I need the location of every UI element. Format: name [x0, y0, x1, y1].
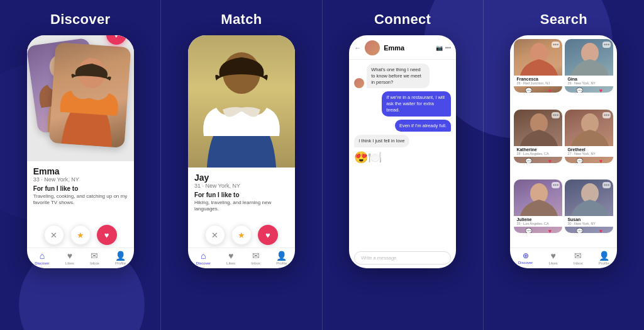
match-nav-profile[interactable]: 👤 Profile	[276, 251, 287, 265]
message-2: If we're in a restaurant, I will ask the…	[382, 91, 451, 116]
match-profile-icon: 👤	[276, 251, 287, 261]
video-icon[interactable]: 📷	[436, 45, 443, 51]
match-nav-discover-label: Discover	[196, 261, 210, 265]
match-like-button[interactable]: ♥	[258, 225, 278, 245]
discover-profile-sub: 33 · New York, NY	[33, 176, 128, 183]
heart-icon-3[interactable]: ♥	[599, 158, 602, 163]
search-card-3-actions: 💬 ♥	[565, 157, 613, 163]
match-tagline: For fun I like to	[194, 191, 289, 198]
search-nav-inbox[interactable]: ✉ Inbox	[574, 251, 583, 265]
heart-icon-5[interactable]: ♥	[599, 228, 602, 233]
nav-discover-label: Discover	[35, 261, 49, 265]
search-inbox-icon: ✉	[574, 251, 582, 261]
like-badge: ♥	[106, 35, 126, 45]
search-nav-likes-label: Likes	[549, 261, 558, 265]
match-nav-inbox[interactable]: ✉ Inbox	[251, 251, 260, 265]
search-nav-likes[interactable]: ♥ Likes	[549, 251, 558, 265]
discover-nav: ⌂ Discover ♥ Likes ✉ Inbox 👤 Profile	[27, 248, 134, 268]
inbox-icon: ✉	[91, 251, 98, 261]
chat-icon-2[interactable]: 💬	[525, 158, 532, 163]
search-card-4-dots[interactable]: •••	[552, 182, 560, 188]
chat-icon-3[interactable]: 💬	[576, 158, 583, 163]
nav-inbox-label: Inbox	[90, 261, 99, 265]
search-card-5-actions: 💬 ♥	[565, 227, 613, 233]
discover-profile-info: Emma 33 · New York, NY For fun I like to…	[27, 161, 134, 221]
heart-icon-2[interactable]: ♥	[548, 158, 552, 163]
match-superlike-button[interactable]: ★	[231, 225, 252, 245]
chat-name: Emma	[384, 44, 432, 52]
search-grid: Francesca 26 · Red Junction, NJ ••• 💬 ♥	[510, 35, 617, 248]
search-card-1[interactable]: Gina 29 · New York, NY ••• 💬 ♥	[565, 39, 613, 93]
search-card-4-actions: 💬 ♥	[514, 227, 562, 233]
search-card-5-dots[interactable]: •••	[602, 182, 611, 188]
match-profile-name: Jay	[194, 173, 289, 183]
match-title: Match	[221, 11, 262, 28]
search-card-2[interactable]: Katherine 28 · Los Angeles, CA ••• 💬 ♥	[514, 110, 562, 163]
search-nav-profile-label: Profile	[599, 261, 609, 265]
chat-icon-4[interactable]: 💬	[525, 228, 532, 233]
message-5: 😍🍽️	[354, 151, 382, 164]
search-title: Search	[540, 11, 587, 28]
nav-likes[interactable]: ♥ Likes	[65, 251, 74, 265]
search-profile-icon: 👤	[599, 251, 609, 261]
search-nav-profile[interactable]: 👤 Profile	[599, 251, 609, 265]
match-home-icon: ⌂	[201, 251, 206, 261]
match-profile-sub: 31 · New York, NY	[194, 183, 289, 189]
match-nav-discover[interactable]: ⌂ Discover	[196, 251, 210, 265]
search-card-0-dots[interactable]: •••	[552, 42, 560, 48]
message-1: What's one thing I need to know before w…	[354, 64, 430, 88]
dislike-button[interactable]: ✕	[44, 225, 64, 245]
nav-discover[interactable]: ⌂ Discover	[35, 251, 49, 265]
connect-phone: ← Emma 📷 ••• What's one thing I need to …	[349, 35, 456, 268]
back-arrow[interactable]: ←	[354, 44, 361, 52]
chat-messages: What's one thing I need to know before w…	[349, 60, 456, 249]
search-nav-discover[interactable]: ⊕ Discover	[518, 251, 533, 265]
heart-icon-4[interactable]: ♥	[548, 228, 552, 233]
chat-icon-1[interactable]: 💬	[576, 88, 583, 93]
discover-section: Discover	[0, 0, 160, 330]
more-icon[interactable]: •••	[445, 45, 451, 51]
discover-photo-front	[48, 42, 131, 148]
search-card-3-sub: 27 · New York, NY	[567, 152, 611, 156]
match-nav-likes[interactable]: ♥ Likes	[226, 251, 235, 265]
chat-header-icons: 📷 •••	[436, 45, 451, 51]
search-card-4[interactable]: Juliene 25 · Los Angeles, CA ••• 💬 ♥	[514, 179, 562, 233]
heart-icon-1[interactable]: ♥	[599, 88, 602, 93]
search-card-3-dots[interactable]: •••	[602, 112, 611, 118]
superlike-button[interactable]: ★	[70, 225, 91, 245]
heart-icon-0[interactable]: ♥	[548, 88, 552, 93]
search-likes-icon: ♥	[550, 251, 555, 261]
nav-profile-label: Profile	[115, 261, 126, 265]
discover-action-buttons: ✕ ★ ♥	[27, 221, 134, 248]
search-card-5[interactable]: Susan 30 · New York, NY ••• 💬 ♥	[565, 179, 613, 233]
match-action-buttons: ✕ ★ ♥	[188, 221, 295, 248]
match-dislike-button[interactable]: ✕	[205, 225, 225, 245]
search-card-2-actions: 💬 ♥	[514, 157, 562, 163]
discover-title: Discover	[50, 11, 110, 28]
chat-icon-0[interactable]: 💬	[525, 88, 532, 93]
connect-title: Connect	[374, 11, 431, 28]
search-card-1-dots[interactable]: •••	[602, 42, 611, 48]
discover-photo-stack: ♥	[27, 35, 134, 161]
match-nav-likes-label: Likes	[226, 261, 235, 265]
search-card-2-name: Katherine	[516, 147, 560, 152]
home-icon: ⌂	[40, 251, 45, 261]
search-card-2-dots[interactable]: •••	[552, 112, 560, 118]
discover-profile-name: Emma	[33, 166, 128, 176]
search-nav: ⊕ Discover ♥ Likes ✉ Inbox 👤 Profile	[510, 248, 617, 268]
nav-profile[interactable]: 👤 Profile	[115, 251, 126, 265]
search-card-1-actions: 💬 ♥	[565, 86, 613, 93]
match-person-image	[188, 35, 295, 168]
search-card-2-info: Katherine 28 · Los Angeles, CA	[514, 146, 562, 157]
chat-icon-5[interactable]: 💬	[576, 228, 583, 233]
sections-container: Discover	[0, 0, 644, 330]
search-card-3[interactable]: Gretheel 27 · New York, NY ••• 💬 ♥	[565, 110, 613, 163]
search-section: Search Francesca 26 · Red Junction, NJ	[483, 0, 644, 330]
search-card-0[interactable]: Francesca 26 · Red Junction, NJ ••• 💬 ♥	[514, 39, 562, 93]
like-button[interactable]: ♥	[97, 225, 117, 245]
nav-inbox[interactable]: ✉ Inbox	[90, 251, 99, 265]
search-card-1-info: Gina 29 · New York, NY	[565, 76, 613, 86]
search-card-1-sub: 29 · New York, NY	[567, 81, 611, 85]
chat-input[interactable]: Write a message	[354, 251, 451, 265]
nav-likes-label: Likes	[65, 261, 74, 265]
